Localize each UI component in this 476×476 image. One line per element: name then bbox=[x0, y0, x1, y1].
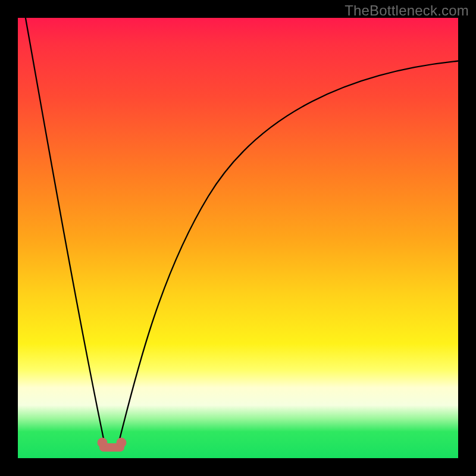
curve-left-branch bbox=[25, 18, 104, 441]
watermark-text: TheBottleneck.com bbox=[345, 2, 469, 19]
curve-right-branch bbox=[119, 61, 458, 441]
valley-marker-left bbox=[98, 438, 107, 447]
curve-overlay bbox=[18, 18, 458, 458]
valley-marker-right bbox=[117, 438, 126, 447]
chart-container: TheBottleneck.com bbox=[0, 0, 476, 476]
plot-area bbox=[18, 18, 458, 458]
